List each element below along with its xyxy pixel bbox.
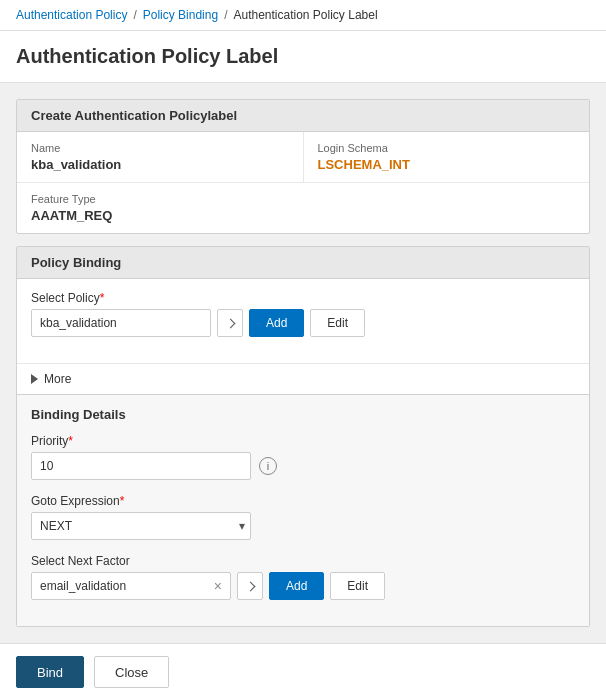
binding-details-section: Binding Details Priority* i Goto Express… (17, 394, 589, 626)
page-title: Authentication Policy Label (0, 31, 606, 83)
name-label: Name (31, 142, 289, 154)
create-policy-label-card: Create Authentication Policylabel Name k… (16, 99, 590, 234)
main-content: Create Authentication Policylabel Name k… (0, 83, 606, 643)
feature-type-label: Feature Type (31, 193, 575, 205)
priority-label: Priority* (31, 434, 575, 448)
select-next-factor-input-group: × (31, 572, 231, 600)
policy-binding-header: Policy Binding (17, 247, 589, 279)
breadcrumb-current: Authentication Policy Label (233, 8, 377, 22)
select-next-factor-controls: × Add Edit (31, 572, 575, 600)
select-next-factor-group: Select Next Factor × Add Edit (31, 554, 575, 600)
more-label: More (44, 372, 71, 386)
add-next-factor-button[interactable]: Add (269, 572, 324, 600)
select-policy-arrow-button[interactable] (217, 309, 243, 337)
breadcrumb-auth-policy[interactable]: Authentication Policy (16, 8, 127, 22)
select-next-factor-arrow-button[interactable] (237, 572, 263, 600)
select-policy-input-group (31, 309, 243, 337)
breadcrumb-sep-1: / (133, 8, 136, 22)
policy-binding-body: Select Policy* Add Edit (17, 279, 589, 363)
feature-type-row: Feature Type AAATM_REQ (17, 183, 589, 233)
breadcrumb-policy-binding[interactable]: Policy Binding (143, 8, 218, 22)
login-schema-field-col: Login Schema LSCHEMA_INT (304, 132, 590, 182)
triangle-right-icon (31, 374, 38, 384)
edit-next-factor-button[interactable]: Edit (330, 572, 385, 600)
select-next-factor-input[interactable] (40, 579, 210, 593)
name-field-col: Name kba_validation (17, 132, 304, 182)
select-policy-input[interactable] (31, 309, 211, 337)
close-button[interactable]: Close (94, 656, 169, 688)
binding-details-title: Binding Details (31, 407, 575, 422)
action-row: Bind Close (0, 643, 606, 690)
info-icon: i (259, 457, 277, 475)
feature-type-value: AAATM_REQ (31, 208, 575, 223)
select-next-factor-label: Select Next Factor (31, 554, 575, 568)
add-policy-button[interactable]: Add (249, 309, 304, 337)
policy-binding-card: Policy Binding Select Policy* Add Edit (16, 246, 590, 627)
priority-group: Priority* i (31, 434, 575, 480)
name-value: kba_validation (31, 157, 289, 172)
clear-next-factor-button[interactable]: × (210, 579, 226, 593)
name-login-schema-row: Name kba_validation Login Schema LSCHEMA… (17, 132, 589, 183)
priority-input[interactable] (31, 452, 251, 480)
select-policy-label: Select Policy* (31, 291, 575, 305)
breadcrumb-sep-2: / (224, 8, 227, 22)
login-schema-label: Login Schema (318, 142, 576, 154)
goto-expression-select-wrapper: NEXT END USE_INVOCATION_RESULT (31, 512, 251, 540)
goto-expression-group: Goto Expression* NEXT END USE_INVOCATION… (31, 494, 575, 540)
chevron-right-icon-2 (245, 582, 255, 592)
chevron-right-icon (225, 319, 235, 329)
select-policy-controls: Add Edit (31, 309, 575, 337)
create-policy-label-header: Create Authentication Policylabel (17, 100, 589, 132)
login-schema-value: LSCHEMA_INT (318, 157, 576, 172)
goto-expression-label: Goto Expression* (31, 494, 575, 508)
goto-expression-select[interactable]: NEXT END USE_INVOCATION_RESULT (31, 512, 251, 540)
select-policy-group: Select Policy* Add Edit (31, 291, 575, 337)
edit-policy-button[interactable]: Edit (310, 309, 365, 337)
bind-button[interactable]: Bind (16, 656, 84, 688)
breadcrumb: Authentication Policy / Policy Binding /… (0, 0, 606, 31)
priority-row: i (31, 452, 575, 480)
more-toggle[interactable]: More (17, 363, 589, 394)
